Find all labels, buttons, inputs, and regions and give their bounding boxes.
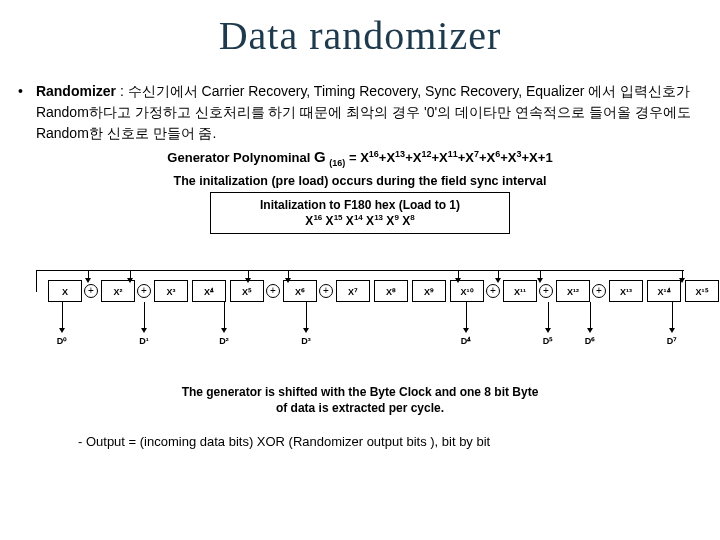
d-output-3: D³ xyxy=(296,336,316,346)
feedback-wire-left xyxy=(36,270,37,292)
xor-node: + xyxy=(319,284,333,298)
ie5: 8 xyxy=(410,213,414,222)
output-equation: - Output = (incoming data bits) XOR (Ran… xyxy=(0,416,720,449)
poly-g: G xyxy=(314,148,326,165)
register-x1: X xyxy=(48,280,82,302)
arrow-down-icon xyxy=(141,328,147,333)
bullet-block: • Randomizer : 수신기에서 Carrier Recovery, T… xyxy=(0,59,720,144)
bullet-text: Randomizer : 수신기에서 Carrier Recovery, Tim… xyxy=(36,81,696,144)
bullet-sep: : xyxy=(116,83,128,99)
d-output-7: D⁷ xyxy=(662,336,682,346)
ie4: 9 xyxy=(394,213,398,222)
xor-node: + xyxy=(266,284,280,298)
arrow-down-icon xyxy=(303,328,309,333)
gen-cap-2: of data is extracted per cycle. xyxy=(0,400,720,416)
poly-tail: +X+1 xyxy=(522,150,553,165)
arrow-down-icon xyxy=(679,278,685,283)
arrow-down-icon xyxy=(669,328,675,333)
lfsr-diagram: X+X²+X³X⁴X⁵+X⁶+X⁷X⁸X⁹X¹⁰+X¹¹+X¹²+X¹³X¹⁴X… xyxy=(18,244,702,384)
arrow-down-icon xyxy=(455,278,461,283)
ie3: 13 xyxy=(374,213,383,222)
xor-node: + xyxy=(486,284,500,298)
ie2: 14 xyxy=(354,213,363,222)
arrow-down-icon xyxy=(463,328,469,333)
d-wire xyxy=(224,302,225,330)
arrow-down-icon xyxy=(59,328,65,333)
ie1: 15 xyxy=(334,213,343,222)
arrow-down-icon xyxy=(127,278,133,283)
register-row: X+X²+X³X⁴X⁵+X⁶+X⁷X⁸X⁹X¹⁰+X¹¹+X¹²+X¹³X¹⁴X… xyxy=(48,280,720,302)
register-x4: X⁴ xyxy=(192,280,226,302)
xor-node: + xyxy=(592,284,606,298)
xor-node: + xyxy=(539,284,553,298)
e2: 12 xyxy=(421,149,431,159)
d-output-4: D⁴ xyxy=(456,336,476,346)
register-x7: X⁷ xyxy=(336,280,370,302)
register-x11: X¹¹ xyxy=(503,280,537,302)
d-output-6: D⁶ xyxy=(580,336,600,346)
register-x5: X⁵ xyxy=(230,280,264,302)
e0: 16 xyxy=(369,149,379,159)
arrow-down-icon xyxy=(285,278,291,283)
arrow-down-icon xyxy=(587,328,593,333)
arrow-down-icon xyxy=(545,328,551,333)
xor-node: + xyxy=(137,284,151,298)
init-box: Initalization to F180 hex (Load to 1) X1… xyxy=(210,192,510,234)
generator-polynomial: Generator Polynominal G (16) = X16+X13+X… xyxy=(0,148,720,168)
d-wire xyxy=(466,302,467,330)
arrow-down-icon xyxy=(245,278,251,283)
gen-cap-1: The generator is shifted with the Byte C… xyxy=(0,384,720,400)
e5: 6 xyxy=(495,149,500,159)
register-x12: X¹² xyxy=(556,280,590,302)
bullet-marker: • xyxy=(18,81,32,102)
register-x10: X¹⁰ xyxy=(450,280,484,302)
generator-caption: The generator is shifted with the Byte C… xyxy=(0,384,720,416)
register-x3: X³ xyxy=(154,280,188,302)
d-output-5: D⁵ xyxy=(538,336,558,346)
bullet-label: Randomizer xyxy=(36,83,116,99)
d-wire xyxy=(62,302,63,330)
e3: 11 xyxy=(448,149,458,159)
bullet-body: 수신기에서 Carrier Recovery, Timing Recovery,… xyxy=(36,83,691,141)
register-x8: X⁸ xyxy=(374,280,408,302)
e1: 13 xyxy=(395,149,405,159)
register-x15: X¹⁵ xyxy=(685,280,719,302)
xor-node: + xyxy=(84,284,98,298)
poly-prefix: Generator Polynominal xyxy=(167,150,314,165)
register-x2: X² xyxy=(101,280,135,302)
d-wire xyxy=(144,302,145,330)
d-output-2: D² xyxy=(214,336,234,346)
poly-sub: (16) xyxy=(329,158,345,168)
poly-eq: = X xyxy=(349,150,369,165)
register-x6: X⁶ xyxy=(283,280,317,302)
d-wire xyxy=(672,302,673,330)
init-line1: Initalization to F180 hex (Load to 1) xyxy=(217,197,503,213)
feedback-wire xyxy=(36,270,684,271)
d-wire xyxy=(590,302,591,330)
arrow-down-icon xyxy=(221,328,227,333)
d-wire xyxy=(548,302,549,330)
ie0: 16 xyxy=(313,213,322,222)
arrow-down-icon xyxy=(537,278,543,283)
register-x13: X¹³ xyxy=(609,280,643,302)
arrow-down-icon xyxy=(495,278,501,283)
slide-title: Data randomizer xyxy=(0,0,720,59)
register-x9: X⁹ xyxy=(412,280,446,302)
e4: 7 xyxy=(474,149,479,159)
d-output-1: D¹ xyxy=(134,336,154,346)
register-x14: X¹⁴ xyxy=(647,280,681,302)
d-output-0: D⁰ xyxy=(52,336,72,346)
arrow-down-icon xyxy=(85,278,91,283)
init-line2: X16 X15 X14 X13 X9 X8 xyxy=(217,213,503,229)
init-caption: The initalization (pre load) occurs duri… xyxy=(0,174,720,188)
d-wire xyxy=(306,302,307,330)
